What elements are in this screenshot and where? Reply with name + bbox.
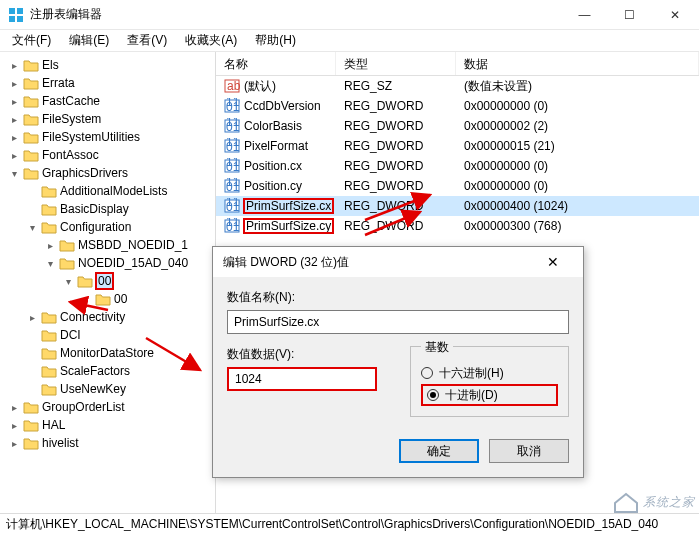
tree-node-els[interactable]: ▸Els [2, 56, 215, 74]
tree-node-monitordatastore[interactable]: MonitorDataStore [2, 344, 215, 362]
menu-edit[interactable]: 编辑(E) [61, 30, 117, 51]
cell-data: 0x00000400 (1024) [456, 199, 699, 213]
twisty-icon[interactable]: ▸ [8, 132, 20, 143]
list-row[interactable]: 110011Position.cyREG_DWORD0x00000000 (0) [216, 176, 699, 196]
svg-text:011: 011 [226, 140, 240, 154]
cancel-button[interactable]: 取消 [489, 439, 569, 463]
twisty-icon[interactable]: ▸ [8, 96, 20, 107]
ok-button[interactable]: 确定 [399, 439, 479, 463]
radio-hex[interactable] [421, 367, 433, 379]
tree-node-filesystemutilities[interactable]: ▸FileSystemUtilities [2, 128, 215, 146]
tree-node-basicdisplay[interactable]: BasicDisplay [2, 200, 215, 218]
list-row[interactable]: 110011PixelFormatREG_DWORD0x00000015 (21… [216, 136, 699, 156]
menu-view[interactable]: 查看(V) [119, 30, 175, 51]
list-row[interactable]: 110011PrimSurfSize.cyREG_DWORD0x00000300… [216, 216, 699, 236]
twisty-icon[interactable]: ▸ [8, 78, 20, 89]
tree-node-configuration[interactable]: ▾Configuration [2, 218, 215, 236]
twisty-icon[interactable]: ▸ [8, 150, 20, 161]
tree-label: BasicDisplay [60, 202, 129, 216]
tree-label: Els [42, 58, 59, 72]
folder-icon [59, 256, 75, 270]
dialog-titlebar: 编辑 DWORD (32 位)值 ✕ [213, 247, 583, 277]
menu-file[interactable]: 文件(F) [4, 30, 59, 51]
folder-icon [23, 400, 39, 414]
tree-node-graphicsdrivers[interactable]: ▾GraphicsDrivers [2, 164, 215, 182]
tree-label: GroupOrderList [42, 400, 125, 414]
minimize-button[interactable]: — [562, 0, 607, 30]
twisty-icon[interactable]: ▸ [8, 402, 20, 413]
base-legend: 基数 [421, 339, 453, 356]
radio-dec-row[interactable]: 十进制(D) [421, 384, 558, 406]
tree-node-scalefactors[interactable]: ScaleFactors [2, 362, 215, 380]
tree-node-00[interactable]: 00 [2, 290, 215, 308]
tree-node-noedid_15ad_040[interactable]: ▾NOEDID_15AD_040 [2, 254, 215, 272]
twisty-icon[interactable]: ▸ [8, 60, 20, 71]
twisty-icon[interactable]: ▾ [26, 222, 38, 233]
value-name-label: 数值名称(N): [227, 289, 569, 306]
tree-label: Connectivity [60, 310, 125, 324]
folder-icon [23, 112, 39, 126]
folder-icon [59, 238, 75, 252]
list-row[interactable]: 110011PrimSurfSize.cxREG_DWORD0x00000400… [216, 196, 699, 216]
twisty-icon[interactable]: ▾ [8, 168, 20, 179]
dialog-close-button[interactable]: ✕ [533, 254, 573, 270]
list-row[interactable]: ab(默认)REG_SZ(数值未设置) [216, 76, 699, 96]
twisty-icon[interactable]: ▸ [8, 420, 20, 431]
cell-type: REG_DWORD [336, 159, 456, 173]
tree-node-00[interactable]: ▾00 [2, 272, 215, 290]
radio-dec-label: 十进制(D) [445, 387, 498, 404]
tree-node-fontassoc[interactable]: ▸FontAssoc [2, 146, 215, 164]
menu-favorites[interactable]: 收藏夹(A) [177, 30, 245, 51]
radio-dec[interactable] [427, 389, 439, 401]
list-body: ab(默认)REG_SZ(数值未设置)110011CcdDbVersionREG… [216, 76, 699, 236]
tree-node-usenewkey[interactable]: UseNewKey [2, 380, 215, 398]
value-data-input[interactable] [227, 367, 377, 391]
tree-label: HAL [42, 418, 65, 432]
col-header-data[interactable]: 数据 [456, 52, 699, 75]
radio-hex-row[interactable]: 十六进制(H) [421, 362, 558, 384]
close-button[interactable]: ✕ [652, 0, 697, 30]
twisty-icon[interactable]: ▸ [26, 312, 38, 323]
tree-node-errata[interactable]: ▸Errata [2, 74, 215, 92]
twisty-icon[interactable]: ▾ [62, 276, 74, 287]
cell-name: 110011ColorBasis [216, 118, 336, 134]
svg-rect-0 [9, 8, 15, 14]
tree-label: UseNewKey [60, 382, 126, 396]
col-header-type[interactable]: 类型 [336, 52, 456, 75]
menu-help[interactable]: 帮助(H) [247, 30, 304, 51]
svg-text:011: 011 [226, 200, 240, 214]
cell-type: REG_DWORD [336, 199, 456, 213]
tree-label: FontAssoc [42, 148, 99, 162]
tree-label: hivelist [42, 436, 79, 450]
twisty-icon[interactable]: ▾ [44, 258, 56, 269]
twisty-icon[interactable]: ▸ [44, 240, 56, 251]
tree-node-connectivity[interactable]: ▸Connectivity [2, 308, 215, 326]
cell-name: 110011Position.cy [216, 178, 336, 194]
cell-data: 0x00000300 (768) [456, 219, 699, 233]
list-row[interactable]: 110011Position.cxREG_DWORD0x00000000 (0) [216, 156, 699, 176]
tree-node-msbdd_noedid_1[interactable]: ▸MSBDD_NOEDID_1 [2, 236, 215, 254]
folder-icon [23, 76, 39, 90]
tree-node-additionalmodelists[interactable]: AdditionalModeLists [2, 182, 215, 200]
tree-node-filesystem[interactable]: ▸FileSystem [2, 110, 215, 128]
tree-node-hivelist[interactable]: ▸hivelist [2, 434, 215, 452]
menubar: 文件(F) 编辑(E) 查看(V) 收藏夹(A) 帮助(H) [0, 30, 699, 52]
folder-icon [41, 382, 57, 396]
cell-data: (数值未设置) [456, 78, 699, 95]
list-row[interactable]: 110011CcdDbVersionREG_DWORD0x00000000 (0… [216, 96, 699, 116]
list-row[interactable]: 110011ColorBasisREG_DWORD0x00000002 (2) [216, 116, 699, 136]
string-value-icon: ab [224, 78, 240, 94]
tree-pane[interactable]: ▸Els▸Errata▸FastCache▸FileSystem▸FileSys… [0, 52, 216, 513]
folder-icon [41, 364, 57, 378]
tree-label: GraphicsDrivers [42, 166, 128, 180]
twisty-icon[interactable]: ▸ [8, 438, 20, 449]
maximize-button[interactable]: ☐ [607, 0, 652, 30]
value-name-input[interactable] [227, 310, 569, 334]
tree-node-hal[interactable]: ▸HAL [2, 416, 215, 434]
tree-label: NOEDID_15AD_040 [78, 256, 188, 270]
tree-node-fastcache[interactable]: ▸FastCache [2, 92, 215, 110]
tree-node-dci[interactable]: DCI [2, 326, 215, 344]
tree-node-grouporderlist[interactable]: ▸GroupOrderList [2, 398, 215, 416]
twisty-icon[interactable]: ▸ [8, 114, 20, 125]
col-header-name[interactable]: 名称 [216, 52, 336, 75]
